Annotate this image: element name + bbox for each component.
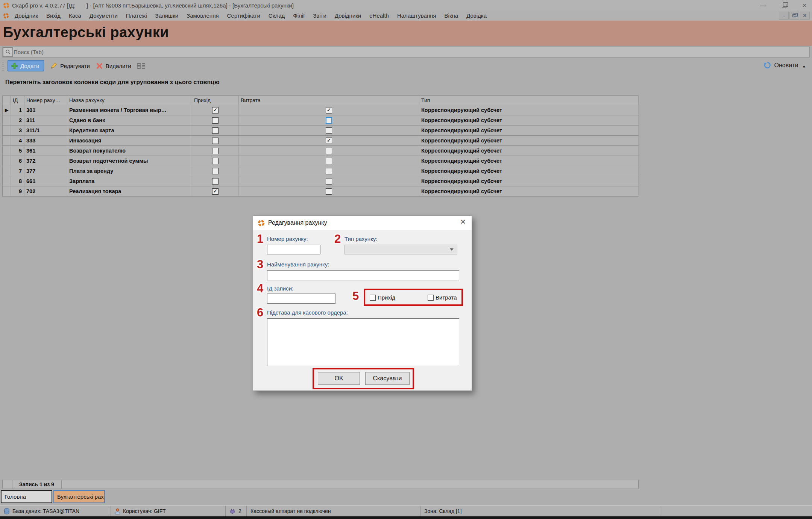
edit-button[interactable]: Редагувати [50, 62, 90, 70]
checkbox[interactable] [212, 127, 219, 134]
table-row[interactable]: 9702Реализация товара✓Корреспондирующий … [3, 186, 639, 197]
tab-2[interactable]: Бухгалтерські рахун ... [53, 490, 105, 503]
account-number-field[interactable] [267, 245, 320, 254]
record-id-field[interactable] [267, 294, 335, 304]
table-row[interactable]: 8661ЗарплатаКорреспондирующий субсчет [3, 176, 639, 186]
menu-item-10[interactable]: Філії [289, 12, 309, 19]
row-indicator [3, 166, 11, 176]
column-chooser[interactable] [3, 96, 11, 105]
restore-icon[interactable] [782, 4, 786, 8]
checkbox-checked[interactable]: ✓ [212, 188, 219, 195]
account-name-label: Найменування рахунку: [267, 261, 329, 268]
menu-item-11[interactable]: Звіти [309, 12, 331, 19]
checkbox[interactable] [326, 127, 332, 134]
menu-item-13[interactable]: eHealth [365, 12, 393, 19]
refresh-button[interactable]: Оновити ▾ [763, 61, 805, 70]
column-header-id[interactable]: ІД [11, 96, 24, 105]
table-row[interactable]: 6372Возврат подотчетной суммыКорреспонди… [3, 156, 639, 166]
cell-id: 9 [11, 186, 24, 196]
cell-number: 361 [24, 146, 67, 156]
column-header-name[interactable]: Назва рахунку [67, 96, 192, 105]
pencil-icon [50, 62, 58, 70]
column-header-prihid[interactable]: Прихід [192, 96, 239, 105]
table-row[interactable]: 4333Инкассация✓Корреспондирующий субсчет [3, 136, 639, 146]
checkbox[interactable] [326, 158, 332, 164]
column-header-type[interactable]: Тип [419, 96, 639, 105]
checkbox[interactable] [212, 178, 219, 185]
prihid-checkbox-label: Прихід [378, 294, 395, 301]
checkbox-checked[interactable]: ✓ [326, 138, 332, 144]
record-id-label: ІД записи: [267, 285, 293, 292]
checkbox[interactable] [212, 158, 219, 164]
cell-vitrata [239, 126, 419, 135]
cell-prihid: ✓ [192, 105, 239, 115]
titlebar: Скарб pro v. 4.0.2.77 [ІД: ] - [Апт №003… [0, 0, 812, 11]
cell-number: 311/1 [24, 126, 67, 135]
checkbox[interactable] [326, 148, 332, 154]
checkbox[interactable] [212, 117, 219, 124]
menu-item-12[interactable]: Довідники [331, 12, 365, 19]
menu-item-14[interactable]: Налаштування [393, 12, 440, 19]
table-row[interactable]: 2311Сдано в банкКорреспондирующий субсче… [3, 115, 639, 126]
account-type-select[interactable] [345, 245, 457, 254]
vitrata-checkbox[interactable]: Витрата [428, 294, 457, 301]
menu-item-6[interactable]: Залишки [151, 12, 183, 19]
table-row[interactable]: ▶1301Разменная монета / Торговая выр…✓✓К… [3, 105, 639, 115]
menu-item-16[interactable]: Довідка [462, 12, 491, 19]
columns-icon[interactable] [137, 63, 145, 69]
tab-1[interactable]: Головна [1, 490, 52, 503]
cancel-button[interactable]: Скасувати [365, 372, 410, 385]
cell-number: 377 [24, 166, 67, 176]
account-name-field[interactable] [267, 270, 459, 280]
account-number-label: Номер рахунку: [267, 236, 308, 242]
delete-button[interactable]: Видалити [96, 62, 131, 70]
close-icon[interactable]: × [802, 2, 807, 9]
cell-vitrata [239, 156, 419, 166]
menu-item-8[interactable]: Сертифікати [223, 12, 264, 19]
add-button[interactable]: Додати [8, 60, 44, 71]
menu-item-7[interactable]: Замовлення [182, 12, 223, 19]
row-indicator [3, 115, 11, 125]
checkbox[interactable] [326, 178, 332, 185]
search-input[interactable] [14, 47, 809, 57]
checkbox[interactable] [326, 168, 332, 174]
ok-button[interactable]: OK [318, 372, 360, 385]
menu-item-9[interactable]: Склад [264, 12, 289, 19]
column-header-vitrata[interactable]: Витрата [239, 96, 419, 105]
add-button-label: Додати [20, 63, 39, 69]
checkbox[interactable] [212, 148, 219, 154]
menu-item-3[interactable]: Каса [65, 12, 85, 19]
menu-item-4[interactable]: Документи [85, 12, 122, 19]
menu-item-5[interactable]: Платежі [122, 12, 151, 19]
dialog-close-icon[interactable]: × [460, 217, 466, 226]
checkbox-checked[interactable]: ✓ [212, 107, 219, 113]
statusbar: База даних: TASA3@TITAN Користувач: GIFT… [0, 505, 812, 516]
column-header-number[interactable]: Номер раху… [24, 96, 67, 105]
table-row[interactable]: 3311/1Кредитная картаКорреспондирующий с… [3, 126, 639, 136]
minimize-icon[interactable]: — [760, 2, 766, 9]
menu-item-1[interactable]: Довідник [11, 12, 42, 19]
refresh-dropdown-icon[interactable]: ▾ [803, 64, 805, 70]
cash-order-basis-field[interactable] [267, 318, 459, 366]
checkbox[interactable] [212, 138, 219, 144]
search-icon[interactable] [3, 47, 13, 57]
mdi-minimize-icon[interactable]: – [779, 12, 789, 20]
table-row[interactable]: 5361Возврат покупателюКорреспондирующий … [3, 146, 639, 156]
prihid-checkbox[interactable]: Прихід [370, 294, 395, 301]
mdi-close-icon[interactable]: ✕ [800, 12, 810, 20]
record-count: Запись 1 из 9 [12, 480, 62, 489]
menu-item-15[interactable]: Вікна [440, 12, 463, 19]
checkbox[interactable] [212, 168, 219, 174]
cell-id: 2 [11, 115, 24, 125]
menu-item-2[interactable]: Вихід [42, 12, 65, 19]
mdi-window-controls: – ✕ [779, 12, 810, 20]
vitrata-checkbox-label: Витрата [436, 294, 457, 301]
mdi-restore-icon[interactable] [789, 12, 799, 20]
record-nav-cell [3, 480, 12, 489]
checkbox[interactable] [326, 117, 332, 124]
toolbar-grip[interactable] [2, 61, 4, 71]
checkbox-checked[interactable]: ✓ [326, 107, 332, 113]
table-row[interactable]: 7377Плата за арендуКорреспондирующий суб… [3, 166, 639, 176]
checkbox[interactable] [326, 188, 332, 195]
table-header-row: ІД Номер раху… Назва рахунку Прихід Витр… [3, 95, 639, 105]
